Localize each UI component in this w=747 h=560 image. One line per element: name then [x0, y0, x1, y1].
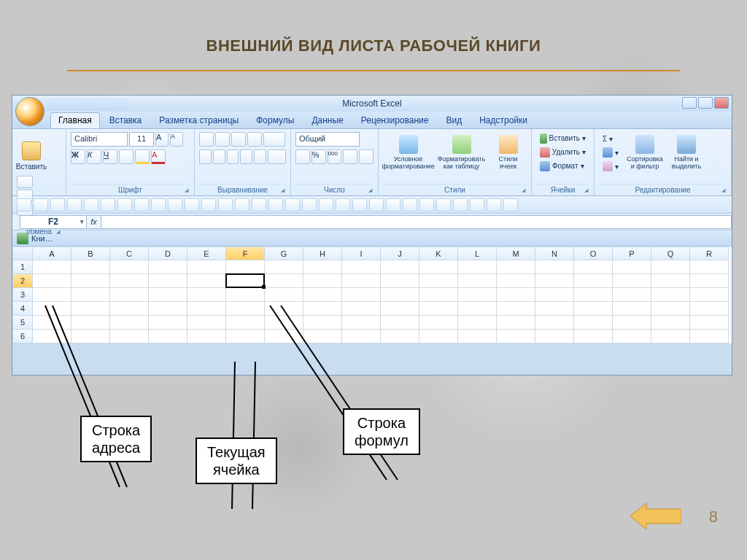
tb-btn[interactable] — [453, 198, 468, 211]
tb-btn[interactable] — [285, 198, 300, 211]
tb-btn[interactable] — [151, 198, 166, 211]
find-select-button[interactable]: Найти и выделить — [667, 132, 705, 173]
decrease-indent-button[interactable] — [240, 149, 252, 164]
percent-button[interactable]: % — [311, 149, 326, 164]
align-center-button[interactable] — [213, 149, 225, 164]
tab-home[interactable]: Главная — [50, 112, 100, 128]
delete-cells-button[interactable]: Удалить ▾ — [536, 146, 589, 158]
tb-btn[interactable] — [117, 198, 132, 211]
sort-filter-button[interactable]: Сортировка и фильтр — [625, 132, 665, 173]
insert-cells-button[interactable]: Вставить ▾ — [536, 132, 589, 144]
tab-data[interactable]: Данные — [303, 112, 351, 128]
col-H[interactable]: H — [303, 246, 342, 260]
format-cells-button[interactable]: Формат ▾ — [536, 160, 589, 172]
office-button[interactable] — [15, 97, 44, 126]
merge-button[interactable] — [268, 149, 286, 164]
align-top-button[interactable] — [199, 132, 214, 147]
tb-btn[interactable] — [268, 198, 283, 211]
fill-button[interactable]: ▾ — [599, 147, 622, 159]
tb-btn[interactable] — [419, 198, 434, 211]
col-P[interactable]: P — [613, 246, 651, 260]
wrap-text-button[interactable] — [263, 132, 285, 147]
tb-btn[interactable] — [503, 198, 518, 211]
tb-btn[interactable] — [101, 198, 115, 211]
fill-color-button[interactable] — [135, 149, 150, 164]
row-5[interactable]: 5 — [12, 316, 33, 330]
tb-btn[interactable] — [436, 198, 451, 211]
col-C[interactable]: C — [110, 246, 149, 260]
tb-btn[interactable] — [487, 198, 501, 211]
col-O[interactable]: O — [574, 246, 613, 260]
align-bottom-button[interactable] — [231, 132, 246, 147]
name-box[interactable]: F2 — [20, 215, 87, 229]
cut-button[interactable] — [17, 176, 33, 188]
increase-indent-button[interactable] — [254, 149, 266, 164]
col-F[interactable]: F — [226, 246, 265, 260]
cell-styles-button[interactable]: Стили ячеек — [491, 132, 526, 173]
tb-btn[interactable] — [352, 198, 367, 211]
col-M[interactable]: M — [497, 246, 535, 260]
col-R[interactable]: R — [690, 246, 729, 260]
tab-insert[interactable]: Вставка — [101, 112, 150, 128]
increase-decimal-button[interactable] — [343, 149, 357, 164]
row-3[interactable]: 3 — [12, 288, 33, 302]
tb-btn[interactable] — [319, 198, 333, 211]
tb-btn[interactable] — [185, 198, 199, 211]
tab-review[interactable]: Рецензирование — [353, 112, 437, 128]
row-2[interactable]: 2 — [12, 274, 33, 288]
col-A[interactable]: A — [33, 246, 71, 260]
conditional-formatting-button[interactable]: Условное форматирование — [384, 132, 433, 173]
comma-button[interactable]: 000 — [328, 149, 342, 164]
col-N[interactable]: N — [535, 246, 574, 260]
tb-btn[interactable] — [386, 198, 400, 211]
tb-btn[interactable] — [201, 198, 216, 211]
quick-access-toolbar[interactable] — [47, 98, 128, 111]
align-right-button[interactable] — [227, 149, 239, 164]
close-button[interactable] — [714, 97, 729, 109]
tb-btn[interactable] — [235, 198, 249, 211]
font-size-combo[interactable]: 11 — [129, 132, 154, 147]
tb-btn[interactable] — [470, 198, 484, 211]
row-4[interactable]: 4 — [12, 302, 33, 316]
border-button[interactable] — [119, 149, 133, 164]
col-B[interactable]: B — [71, 246, 110, 260]
select-all-corner[interactable] — [12, 246, 33, 260]
orientation-button[interactable] — [247, 132, 262, 147]
fx-button[interactable]: fx — [87, 215, 101, 229]
col-G[interactable]: G — [265, 246, 303, 260]
tb-btn[interactable] — [168, 198, 182, 211]
col-Q[interactable]: Q — [651, 246, 690, 260]
tb-btn[interactable] — [84, 198, 98, 211]
tb-btn[interactable] — [369, 198, 384, 211]
col-E[interactable]: E — [187, 246, 226, 260]
tb-btn[interactable] — [34, 198, 48, 211]
font-name-combo[interactable]: Calibri — [71, 132, 128, 147]
tb-btn[interactable] — [336, 198, 350, 211]
tb-btn[interactable] — [252, 198, 266, 211]
col-L[interactable]: L — [458, 246, 497, 260]
back-arrow-button[interactable] — [630, 502, 681, 531]
col-I[interactable]: I — [342, 246, 381, 260]
tb-btn[interactable] — [17, 198, 31, 211]
tab-page-layout[interactable]: Разметка страницы — [151, 112, 247, 128]
tb-btn[interactable] — [67, 198, 82, 211]
col-D[interactable]: D — [149, 246, 187, 260]
tab-formulas[interactable]: Формулы — [248, 112, 302, 128]
col-J[interactable]: J — [381, 246, 419, 260]
minimize-button[interactable] — [682, 97, 697, 109]
format-as-table-button[interactable]: Форматировать как таблицу — [438, 132, 486, 173]
underline-button[interactable]: Ч — [103, 149, 117, 164]
decrease-decimal-button[interactable] — [359, 149, 374, 164]
autosum-button[interactable]: Σ ▾ — [599, 133, 622, 145]
spreadsheet-grid[interactable]: A B C D E F G H I J K L M N O P Q R 1 2 … — [12, 246, 732, 343]
increase-font-button[interactable]: A — [155, 132, 169, 147]
maximize-button[interactable] — [698, 97, 713, 109]
formula-input[interactable] — [101, 215, 732, 229]
clear-button[interactable]: ▾ — [599, 160, 622, 173]
bold-button[interactable]: Ж — [71, 149, 85, 164]
currency-button[interactable] — [295, 149, 310, 164]
font-color-button[interactable]: A — [151, 149, 166, 164]
tb-btn[interactable] — [134, 198, 149, 211]
tab-addins[interactable]: Надстройки — [471, 112, 535, 128]
row-1[interactable]: 1 — [12, 260, 33, 274]
